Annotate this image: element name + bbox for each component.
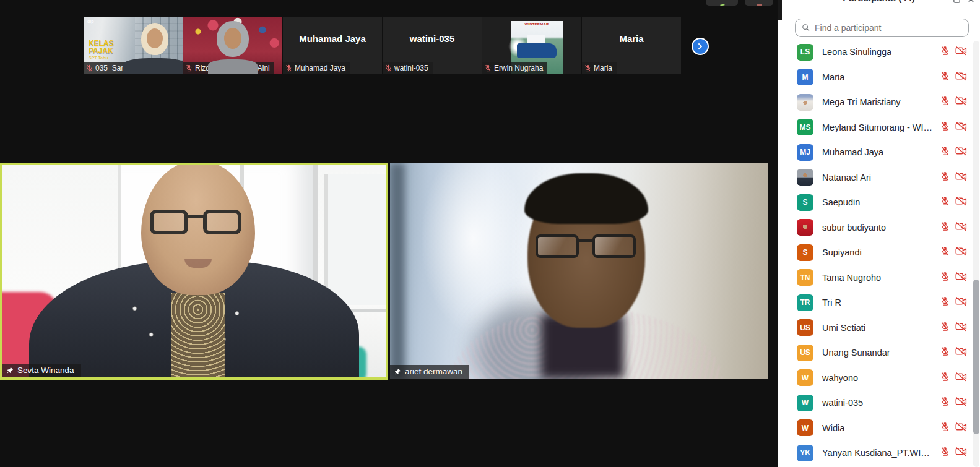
mic-muted-icon [385, 64, 392, 72]
participant-list: LS Leona Sinulingga [778, 40, 980, 467]
participant-status-icons [940, 71, 967, 84]
participant-avatar: US [797, 319, 813, 336]
participant-row[interactable]: TN Tama Nugroho [778, 265, 980, 291]
person-graphic [183, 17, 282, 74]
participant-row[interactable]: M Maria [778, 65, 980, 90]
participant-row[interactable]: W Widia [778, 416, 980, 441]
filmstrip-thumbnail[interactable]: Maria Maria [582, 17, 681, 74]
participant-name: Yanyan Kusdiana_PT.WINTERM... [822, 448, 935, 458]
participant-status-icons [940, 246, 967, 259]
participant-name: Natanael Ari [822, 173, 871, 182]
participant-avatar: TR [797, 294, 813, 311]
panel-title: Participants (44) [778, 0, 980, 3]
video-tile-sevta-winanda[interactable]: Sevta Winanda [0, 163, 388, 380]
mic-muted-icon [940, 422, 950, 434]
participant-row[interactable]: MJ Muhamad Jaya [778, 140, 980, 165]
participant-name: Unang Sunandar [822, 348, 890, 358]
close-icon[interactable] [967, 0, 975, 6]
participant-avatar: US [797, 345, 813, 361]
participant-row[interactable]: LS Leona Sinulingga [778, 40, 980, 65]
participant-row[interactable]: YK Yanyan Kusdiana_PT.WINTERM... [778, 440, 980, 466]
video-filmstrip: dlp KELASPAJAKSPT Tahu 035_Saramita Okta… [84, 17, 681, 74]
thumbnail-center-name: Maria [582, 33, 681, 44]
participant-row[interactable]: MS Meyland Situmorang - WINS [778, 115, 980, 140]
mic-muted-icon [940, 372, 950, 384]
participant-avatar: YK [797, 445, 813, 461]
mic-muted-icon [940, 71, 950, 84]
participant-row[interactable]: Mega Tri Maristiany [778, 90, 980, 115]
participant-avatar: W [797, 419, 813, 436]
participant-avatar: M [797, 69, 813, 85]
camera-off-icon [955, 246, 967, 259]
camera-off-icon [955, 422, 967, 434]
thumb-logo-text: dlp [87, 19, 94, 24]
camera-off-icon [955, 396, 967, 409]
participant-name: Supiyandi [822, 247, 862, 257]
filmstrip-thumbnail[interactable]: Rizqina Roudhatul Aini [183, 17, 282, 74]
participants-panel: Participants (44) LS Leona Sinulingga [778, 0, 980, 467]
participant-row[interactable]: US Unang Sunandar [778, 340, 980, 366]
participant-status-icons [940, 121, 967, 134]
participant-row[interactable]: Natanael Ari [778, 165, 980, 191]
participant-name: Saepudin [822, 197, 860, 207]
mic-muted-icon [940, 46, 950, 58]
camera-off-icon [955, 96, 967, 108]
thumbnail-center-name: Muhamad Jaya [283, 33, 382, 44]
participant-row[interactable]: TR Tri R [778, 290, 980, 315]
participant-status-icons [940, 196, 967, 208]
filmstrip-thumbnail[interactable]: dlp KELASPAJAKSPT Tahu 035_Saramita Okta… [84, 17, 183, 74]
mic-muted-icon [940, 246, 950, 259]
video-tile-arief-dermawan[interactable]: arief dermawan [390, 163, 768, 379]
participant-avatar [797, 219, 813, 236]
clipped-toolbar-button-1[interactable] [706, 0, 738, 6]
participant-name: Muhamad Jaya [822, 147, 883, 157]
participant-avatar [797, 169, 813, 186]
participant-row[interactable]: subur budiyanto [778, 215, 980, 241]
thumbnail-name-label: Erwin Nugraha [494, 64, 543, 72]
button-glyph [757, 4, 762, 6]
participant-name: Tri R [822, 298, 841, 307]
participant-name: Leona Sinulingga [822, 47, 891, 57]
participant-status-icons [940, 96, 967, 108]
clipped-toolbar-button-2[interactable] [745, 0, 773, 6]
thumbnail-label: watini-035 [383, 62, 433, 74]
camera-off-icon [955, 447, 967, 459]
search-input[interactable] [815, 23, 962, 33]
participant-status-icons [940, 372, 967, 384]
button-glyph [719, 1, 724, 6]
participant-name: Maria [822, 72, 844, 82]
pin-icon [394, 368, 401, 375]
participant-row[interactable]: W watini-035 [778, 390, 980, 416]
mic-muted-icon [940, 396, 950, 409]
background-shadow-band [390, 163, 405, 379]
participant-row[interactable]: US Umi Setiati [778, 315, 980, 341]
video-scene [390, 163, 768, 379]
filmstrip-thumbnail[interactable]: Muhamad Jaya Muhamad Jaya [283, 17, 382, 74]
camera-off-icon [955, 46, 967, 58]
participant-row[interactable]: S Saepudin [778, 190, 980, 215]
participant-avatar: W [797, 395, 813, 411]
participant-status-icons [940, 221, 967, 234]
scrollbar-thumb[interactable] [973, 280, 979, 434]
person-shirt [171, 293, 225, 377]
mic-muted-icon [940, 96, 950, 108]
popout-icon[interactable] [953, 0, 961, 6]
mic-muted-icon [940, 346, 950, 359]
participant-row[interactable]: S Supiyandi [778, 240, 980, 265]
glasses [150, 210, 246, 242]
participant-avatar: MS [797, 119, 813, 135]
participant-avatar: W [797, 369, 813, 386]
thumbnail-name-label: Maria [594, 64, 612, 72]
thumbnail-center-name: watini-035 [383, 33, 482, 44]
mic-muted-icon [940, 221, 950, 234]
filmstrip-thumbnail[interactable]: watini-035 watini-035 [383, 17, 482, 74]
participant-row[interactable]: W wahyono [778, 366, 980, 391]
mic-muted-icon [940, 196, 950, 208]
mic-muted-icon [940, 322, 950, 334]
search-icon [802, 24, 810, 32]
filmstrip-next-button[interactable] [692, 38, 709, 55]
participant-name: subur budiyanto [822, 223, 886, 233]
filmstrip-thumbnail[interactable]: WINTERMAR Erwin Nugraha [482, 17, 581, 74]
thumbnail-name-label: Muhamad Jaya [295, 64, 345, 72]
search-box[interactable] [795, 19, 969, 37]
